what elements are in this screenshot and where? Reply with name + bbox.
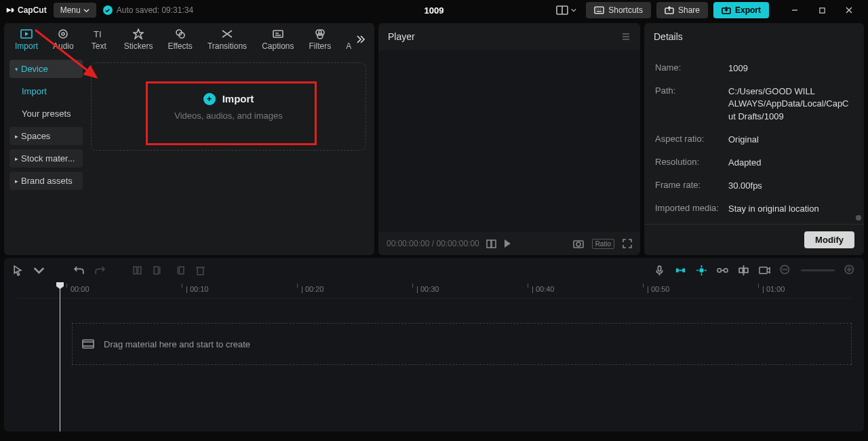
timeline-toolbar	[4, 258, 864, 282]
tab-transitions[interactable]: Transitions	[201, 25, 254, 54]
svg-rect-10	[819, 7, 824, 12]
compare-icon[interactable]	[486, 239, 496, 248]
svg-rect-32	[134, 267, 136, 274]
snapshot-icon[interactable]	[573, 239, 584, 248]
tab-captions[interactable]: Captions	[255, 25, 300, 54]
share-button[interactable]: Share	[656, 2, 708, 18]
svg-rect-6	[597, 11, 602, 12]
sidebar-item-import[interactable]: Import	[9, 82, 83, 100]
svg-rect-40	[658, 266, 660, 271]
delete-button[interactable]	[195, 265, 206, 276]
sidebar-item-stock[interactable]: ▸Stock mater...	[9, 149, 83, 168]
detail-row-name: Name:1009	[655, 57, 853, 80]
playhead[interactable]	[60, 282, 60, 432]
timeline-drop-track[interactable]: Drag material here and start to create	[72, 323, 852, 365]
zoom-out-button[interactable]	[780, 265, 791, 276]
tab-effects[interactable]: Effects	[161, 25, 199, 54]
caret-right-icon: ▸	[15, 178, 18, 185]
timeline-area: 00:00 | 00:10 | 00:20 | 00:30 | 00:40 | …	[0, 258, 868, 436]
svg-rect-37	[180, 267, 184, 274]
details-header: Details	[644, 23, 864, 50]
sidebar-item-brand[interactable]: ▸Brand assets	[9, 172, 83, 190]
tab-stickers[interactable]: Stickers	[117, 25, 160, 54]
align-button[interactable]	[738, 265, 749, 276]
layout-button[interactable]	[552, 3, 580, 18]
timeline-panel: 00:00 | 00:10 | 00:20 | 00:30 | 00:40 | …	[4, 258, 864, 432]
link-active-button[interactable]	[696, 265, 707, 276]
tab-filters[interactable]: Filters	[302, 25, 338, 54]
shortcuts-button[interactable]: Shortcuts	[586, 2, 651, 18]
selection-tool[interactable]	[12, 265, 24, 276]
stickers-icon	[133, 28, 144, 40]
svg-point-12	[59, 30, 67, 38]
svg-rect-33	[138, 267, 141, 274]
fullscreen-icon[interactable]	[623, 239, 632, 248]
ratio-button[interactable]: Ratio	[592, 239, 614, 249]
player-title: Player	[388, 31, 415, 42]
details-footer: Modify	[644, 224, 864, 255]
svg-point-4	[598, 8, 599, 9]
chevron-double-right-icon	[355, 34, 366, 45]
modify-button[interactable]: Modify	[804, 231, 854, 248]
captions-icon	[272, 28, 284, 40]
plus-icon: +	[203, 93, 216, 105]
timeline-body[interactable]: 00:00 | 00:10 | 00:20 | 00:30 | 00:40 | …	[4, 282, 864, 432]
layout-icon	[556, 5, 568, 15]
clip-icon	[82, 339, 94, 349]
tab-audio[interactable]: Audio	[46, 25, 81, 54]
ruler-tick: 00:00	[71, 285, 90, 293]
maximize-button[interactable]	[808, 0, 835, 20]
undo-button[interactable]	[73, 265, 85, 276]
delete-right-button[interactable]	[174, 265, 185, 276]
svg-rect-17	[273, 31, 283, 37]
zoom-slider[interactable]	[801, 269, 835, 271]
ruler-tick: | 00:10	[186, 285, 208, 293]
player-panel: Player 00:00:00:00 / 00:00:00:00 Ratio	[378, 23, 640, 255]
ruler-tick: | 00:30	[416, 285, 439, 293]
window-controls	[781, 0, 863, 20]
svg-rect-42	[682, 268, 685, 272]
player-timecode: 00:00:00:00 / 00:00:00:00	[387, 239, 479, 248]
chevron-down-icon	[83, 7, 90, 14]
delete-left-button[interactable]	[153, 265, 164, 276]
link-button[interactable]	[717, 265, 728, 276]
mic-button[interactable]	[654, 265, 665, 276]
sidebar-item-presets[interactable]: Your presets	[9, 104, 83, 123]
close-button[interactable]	[835, 0, 863, 20]
selection-dropdown[interactable]	[33, 265, 45, 276]
tab-import[interactable]: Import	[8, 25, 45, 54]
detail-row-resolution: Resolution:Adapted	[655, 151, 853, 174]
media-panel: Import Audio TI Text Stickers Effects Tr…	[4, 23, 374, 255]
sidebar-item-device[interactable]: ▾Device	[9, 60, 83, 78]
export-button[interactable]: Export	[713, 2, 769, 18]
svg-point-31	[576, 242, 580, 246]
timeline-ruler[interactable]: 00:00 | 00:10 | 00:20 | 00:30 | 00:40 | …	[18, 282, 850, 299]
play-button[interactable]	[503, 239, 511, 248]
tabs-more-button[interactable]	[351, 23, 370, 56]
menu-button[interactable]: Menu	[54, 3, 96, 18]
sidebar-item-spaces[interactable]: ▸Spaces	[9, 127, 83, 145]
media-sidebar: ▾Device Import Your presets ▸Spaces ▸Sto…	[4, 56, 88, 255]
redo-button[interactable]	[94, 265, 106, 276]
zoom-in-button[interactable]	[844, 265, 856, 276]
caret-right-icon: ▸	[15, 155, 18, 162]
share-icon	[665, 6, 674, 14]
audio-icon	[58, 28, 68, 40]
svg-rect-41	[676, 268, 679, 272]
svg-rect-29	[492, 240, 496, 248]
preview-button[interactable]	[759, 265, 770, 276]
caret-down-icon: ▾	[15, 66, 18, 73]
player-menu-icon[interactable]	[621, 33, 631, 41]
tab-text[interactable]: TI Text	[82, 25, 116, 54]
svg-rect-38	[197, 267, 203, 275]
import-dropzone[interactable]: + Import Videos, audios, and images	[91, 62, 366, 151]
minimize-button[interactable]	[781, 0, 808, 20]
split-button[interactable]	[132, 265, 143, 276]
app-name: CapCut	[18, 5, 47, 15]
ruler-tick: | 00:50	[647, 285, 669, 293]
svg-point-5	[600, 8, 601, 9]
magnet-button[interactable]	[675, 265, 686, 276]
detail-row-aspect: Aspect ratio:Original	[655, 128, 853, 151]
svg-rect-2	[595, 7, 604, 13]
detail-row-path: Path:C:/Users/GOOD WILL ALWAYS/AppData/L…	[655, 80, 853, 128]
